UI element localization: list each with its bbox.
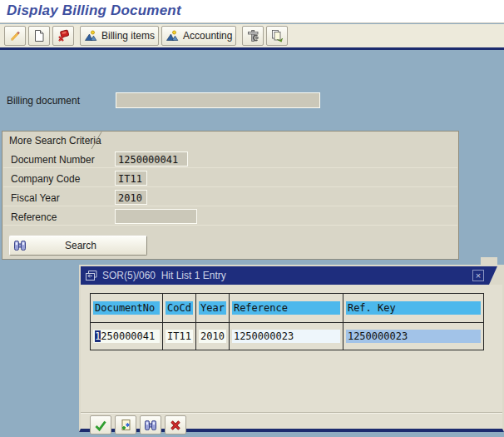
column-header-cocd: CoCd	[166, 301, 193, 315]
tab-slash-decoration	[88, 132, 103, 149]
document-number-input[interactable]: 1250000041	[115, 151, 188, 166]
row-separator	[3, 167, 457, 168]
billing-items-button[interactable]: Billing items	[80, 26, 159, 46]
close-icon[interactable]: ×	[472, 270, 484, 281]
overview-icon	[84, 29, 97, 42]
reference-label: Reference	[11, 211, 57, 223]
binoculars-icon	[144, 419, 157, 432]
column-header-year: Year	[199, 301, 226, 315]
application-toolbar: Billing items Accounting	[0, 24, 504, 47]
reference-input[interactable]	[115, 209, 197, 224]
output-button[interactable]	[266, 26, 288, 46]
cancel-button[interactable]	[165, 415, 186, 435]
cell-ref-key[interactable]: 1250000023	[346, 330, 481, 343]
cell-document-no[interactable]: 1250000041	[93, 330, 160, 343]
row-separator	[3, 186, 457, 187]
hit-list-dialog: SOR(5)/060 Hit List 1 Entry × DocumentNo…	[79, 265, 504, 432]
tools-icon	[246, 29, 259, 42]
row-separator	[3, 206, 457, 206]
column-header-refkey: Ref. Key	[346, 301, 481, 315]
confirm-button[interactable]	[90, 415, 111, 435]
window-icon	[85, 269, 98, 282]
page-header: Display Billing Document	[0, 0, 504, 23]
dialog-body: DocumentNo CoCd Year Reference Ref. Key …	[81, 293, 502, 437]
company-code-label: Company Code	[11, 173, 80, 185]
sap-window: Display Billing Document	[0, 0, 504, 437]
accounting-button[interactable]: Accounting	[161, 26, 236, 46]
accounting-label: Accounting	[183, 30, 232, 42]
billing-document-label: Billing document	[7, 95, 80, 107]
dialog-frame-corner	[481, 257, 497, 266]
cancel-billing-button[interactable]	[52, 26, 74, 46]
binoculars-icon	[13, 239, 27, 252]
search-button-label: Search	[27, 240, 146, 251]
new-document-icon	[32, 29, 46, 42]
page-title: Display Billing Document	[0, 0, 504, 19]
fiscal-year-label: Fiscal Year	[11, 192, 60, 204]
dialog-footer	[81, 412, 502, 437]
panel-tab: More Search Criteria	[2, 132, 101, 149]
display-change-button[interactable]	[4, 26, 26, 46]
new-search-button[interactable]	[115, 415, 136, 435]
cancel-document-icon	[57, 29, 70, 42]
pencil-icon	[8, 29, 22, 42]
output-icon	[270, 29, 284, 42]
company-code-input[interactable]: IT11	[115, 171, 147, 186]
other-document-button[interactable]	[28, 26, 50, 46]
red-x-icon	[169, 419, 182, 432]
cell-reference[interactable]: 1250000023	[232, 330, 340, 343]
overview-icon	[166, 29, 179, 42]
cell-year[interactable]: 2010	[199, 330, 226, 343]
search-button[interactable]: Search	[9, 236, 147, 256]
dialog-titlebar[interactable]: SOR(5)/060 Hit List 1 Entry ×	[81, 266, 502, 285]
fiscal-year-input[interactable]: 2010	[115, 190, 147, 205]
billing-due-list-button[interactable]	[242, 26, 264, 46]
column-header-documentno: DocumentNo	[93, 301, 160, 315]
document-number-label: Document Number	[11, 154, 95, 166]
table-row: 1250000041 IT11 2010 1250000023 12500000…	[91, 323, 484, 350]
cell-cocd[interactable]: IT11	[166, 330, 193, 343]
more-search-criteria-panel: More Search Criteria Document Number 125…	[2, 131, 459, 260]
check-icon	[94, 419, 107, 432]
find-button[interactable]	[140, 415, 161, 435]
dialog-title: SOR(5)/060 Hit List 1 Entry	[102, 270, 226, 281]
hit-list-table: DocumentNo CoCd Year Reference Ref. Key …	[90, 293, 484, 350]
toolbar-separator	[0, 47, 504, 50]
table-header-row: DocumentNo CoCd Year Reference Ref. Key	[91, 294, 484, 323]
new-search-icon	[119, 419, 132, 432]
row-separator	[3, 225, 457, 226]
billing-document-input[interactable]	[116, 92, 320, 108]
column-header-reference: Reference	[232, 301, 340, 315]
billing-items-label: Billing items	[101, 30, 155, 42]
